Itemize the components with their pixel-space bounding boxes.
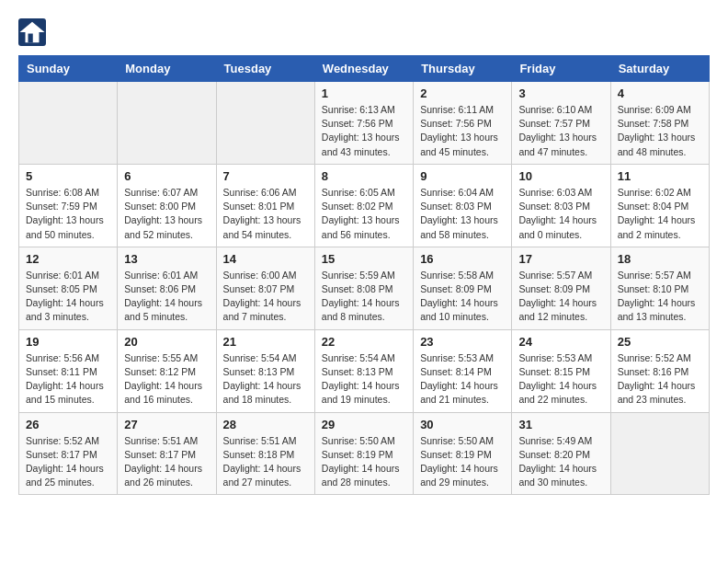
day-info: Sunrise: 5:50 AM Sunset: 8:19 PM Dayligh…	[322, 434, 406, 490]
logo	[18, 18, 50, 46]
day-number: 12	[26, 252, 110, 266]
day-number: 11	[618, 169, 702, 183]
day-cell: 3Sunrise: 6:10 AM Sunset: 7:57 PM Daylig…	[512, 82, 610, 165]
day-info: Sunrise: 6:04 AM Sunset: 8:03 PM Dayligh…	[420, 186, 505, 242]
day-info: Sunrise: 6:00 AM Sunset: 8:07 PM Dayligh…	[223, 269, 308, 325]
day-number: 28	[223, 418, 308, 431]
day-number: 24	[518, 335, 603, 349]
day-info: Sunrise: 5:54 AM Sunset: 8:13 PM Dayligh…	[322, 351, 406, 408]
day-cell: 26Sunrise: 5:52 AM Sunset: 8:17 PM Dayli…	[19, 412, 118, 495]
day-cell: 23Sunrise: 5:53 AM Sunset: 8:14 PM Dayli…	[414, 329, 512, 412]
day-number: 6	[124, 169, 209, 183]
day-number: 17	[518, 252, 603, 266]
day-cell	[19, 82, 118, 165]
header-cell-monday: Monday	[118, 56, 216, 82]
day-info: Sunrise: 5:51 AM Sunset: 8:18 PM Dayligh…	[223, 434, 308, 490]
day-number: 14	[223, 252, 308, 266]
calendar-header: SundayMondayTuesdayWednesdayThursdayFrid…	[19, 56, 710, 82]
header-row: SundayMondayTuesdayWednesdayThursdayFrid…	[19, 56, 710, 82]
day-cell: 7Sunrise: 6:06 AM Sunset: 8:01 PM Daylig…	[216, 164, 314, 247]
day-info: Sunrise: 5:52 AM Sunset: 8:17 PM Dayligh…	[26, 434, 110, 490]
day-cell: 30Sunrise: 5:50 AM Sunset: 8:19 PM Dayli…	[414, 412, 512, 495]
day-info: Sunrise: 6:02 AM Sunset: 8:04 PM Dayligh…	[618, 186, 702, 242]
header-cell-thursday: Thursday	[414, 56, 512, 82]
day-cell: 11Sunrise: 6:02 AM Sunset: 8:04 PM Dayli…	[610, 164, 709, 247]
day-info: Sunrise: 5:53 AM Sunset: 8:15 PM Dayligh…	[518, 351, 603, 408]
day-number: 22	[322, 335, 406, 349]
day-info: Sunrise: 6:07 AM Sunset: 8:00 PM Dayligh…	[124, 186, 209, 242]
day-number: 31	[518, 418, 603, 431]
day-info: Sunrise: 5:49 AM Sunset: 8:20 PM Dayligh…	[518, 434, 603, 490]
day-info: Sunrise: 5:52 AM Sunset: 8:16 PM Dayligh…	[618, 351, 702, 408]
week-row-2: 5Sunrise: 6:08 AM Sunset: 7:59 PM Daylig…	[19, 164, 710, 247]
day-info: Sunrise: 5:54 AM Sunset: 8:13 PM Dayligh…	[223, 351, 308, 408]
day-cell	[216, 82, 314, 165]
calendar-table: SundayMondayTuesdayWednesdayThursdayFrid…	[18, 55, 710, 495]
day-cell: 27Sunrise: 5:51 AM Sunset: 8:17 PM Dayli…	[118, 412, 216, 495]
day-info: Sunrise: 6:09 AM Sunset: 7:58 PM Dayligh…	[618, 103, 702, 159]
day-cell: 19Sunrise: 5:56 AM Sunset: 8:11 PM Dayli…	[19, 329, 118, 412]
day-info: Sunrise: 5:56 AM Sunset: 8:11 PM Dayligh…	[26, 351, 110, 408]
day-cell: 31Sunrise: 5:49 AM Sunset: 8:20 PM Dayli…	[512, 412, 610, 495]
day-info: Sunrise: 6:11 AM Sunset: 7:56 PM Dayligh…	[420, 103, 505, 159]
day-info: Sunrise: 6:05 AM Sunset: 8:02 PM Dayligh…	[322, 186, 406, 242]
day-info: Sunrise: 6:13 AM Sunset: 7:56 PM Dayligh…	[322, 103, 406, 159]
day-info: Sunrise: 5:59 AM Sunset: 8:08 PM Dayligh…	[322, 269, 406, 325]
day-number: 16	[420, 252, 505, 266]
header-cell-friday: Friday	[512, 56, 610, 82]
day-number: 1	[322, 86, 406, 100]
svg-rect-2	[28, 34, 33, 43]
day-info: Sunrise: 5:50 AM Sunset: 8:19 PM Dayligh…	[420, 434, 505, 490]
day-number: 8	[322, 169, 406, 183]
header-cell-tuesday: Tuesday	[216, 56, 314, 82]
day-number: 26	[26, 418, 110, 431]
day-info: Sunrise: 6:01 AM Sunset: 8:06 PM Dayligh…	[124, 269, 209, 325]
day-cell: 1Sunrise: 6:13 AM Sunset: 7:56 PM Daylig…	[314, 82, 413, 165]
day-cell: 14Sunrise: 6:00 AM Sunset: 8:07 PM Dayli…	[216, 247, 314, 329]
day-cell: 20Sunrise: 5:55 AM Sunset: 8:12 PM Dayli…	[118, 329, 216, 412]
day-number: 10	[518, 169, 603, 183]
day-cell: 22Sunrise: 5:54 AM Sunset: 8:13 PM Dayli…	[314, 329, 413, 412]
day-cell: 9Sunrise: 6:04 AM Sunset: 8:03 PM Daylig…	[414, 164, 512, 247]
day-cell	[610, 412, 709, 495]
week-row-3: 12Sunrise: 6:01 AM Sunset: 8:05 PM Dayli…	[19, 247, 710, 329]
day-number: 3	[518, 86, 603, 100]
day-cell: 24Sunrise: 5:53 AM Sunset: 8:15 PM Dayli…	[512, 329, 610, 412]
day-cell: 25Sunrise: 5:52 AM Sunset: 8:16 PM Dayli…	[610, 329, 709, 412]
day-number: 7	[223, 169, 308, 183]
day-cell: 5Sunrise: 6:08 AM Sunset: 7:59 PM Daylig…	[19, 164, 118, 247]
day-number: 27	[124, 418, 209, 431]
week-row-1: 1Sunrise: 6:13 AM Sunset: 7:56 PM Daylig…	[19, 82, 710, 165]
day-number: 15	[322, 252, 406, 266]
day-cell: 2Sunrise: 6:11 AM Sunset: 7:56 PM Daylig…	[414, 82, 512, 165]
day-cell: 6Sunrise: 6:07 AM Sunset: 8:00 PM Daylig…	[118, 164, 216, 247]
day-number: 29	[322, 418, 406, 431]
day-cell: 16Sunrise: 5:58 AM Sunset: 8:09 PM Dayli…	[414, 247, 512, 329]
day-info: Sunrise: 5:51 AM Sunset: 8:17 PM Dayligh…	[124, 434, 209, 490]
day-number: 20	[124, 335, 209, 349]
day-number: 18	[618, 252, 702, 266]
day-number: 13	[124, 252, 209, 266]
day-cell: 28Sunrise: 5:51 AM Sunset: 8:18 PM Dayli…	[216, 412, 314, 495]
day-number: 9	[420, 169, 505, 183]
day-info: Sunrise: 5:58 AM Sunset: 8:09 PM Dayligh…	[420, 269, 505, 325]
day-info: Sunrise: 6:10 AM Sunset: 7:57 PM Dayligh…	[518, 103, 603, 159]
day-info: Sunrise: 6:01 AM Sunset: 8:05 PM Dayligh…	[26, 269, 110, 325]
day-number: 19	[26, 335, 110, 349]
day-number: 5	[26, 169, 110, 183]
header-cell-wednesday: Wednesday	[314, 56, 413, 82]
day-cell: 4Sunrise: 6:09 AM Sunset: 7:58 PM Daylig…	[610, 82, 709, 165]
day-number: 21	[223, 335, 308, 349]
day-info: Sunrise: 5:57 AM Sunset: 8:09 PM Dayligh…	[518, 269, 603, 325]
day-info: Sunrise: 5:53 AM Sunset: 8:14 PM Dayligh…	[420, 351, 505, 408]
logo-icon	[18, 18, 46, 46]
day-number: 23	[420, 335, 505, 349]
page-header	[18, 18, 710, 46]
day-number: 2	[420, 86, 505, 100]
day-cell: 21Sunrise: 5:54 AM Sunset: 8:13 PM Dayli…	[216, 329, 314, 412]
day-cell	[118, 82, 216, 165]
day-number: 25	[618, 335, 702, 349]
day-cell: 15Sunrise: 5:59 AM Sunset: 8:08 PM Dayli…	[314, 247, 413, 329]
day-cell: 12Sunrise: 6:01 AM Sunset: 8:05 PM Dayli…	[19, 247, 118, 329]
day-number: 4	[618, 86, 702, 100]
